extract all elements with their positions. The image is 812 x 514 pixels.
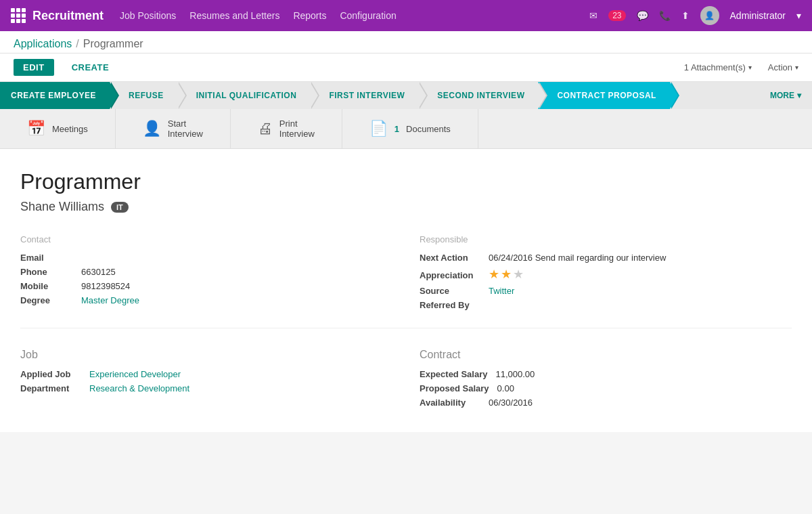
documents-badge: 1 (394, 124, 399, 134)
email-label: Email (20, 253, 81, 263)
job-section-title: Job (20, 349, 392, 361)
star-2[interactable]: ★ (501, 267, 512, 282)
dept-badge: IT (111, 202, 129, 213)
chat-icon[interactable]: 💬 (637, 10, 648, 21)
action-button[interactable]: Action ▾ (768, 62, 798, 72)
stage-first-interview-label: FIRST INTERVIEW (329, 91, 405, 100)
nav-right: ✉ 23 💬 📞 ⬆ 👤 Administrator ▾ (589, 6, 801, 25)
email-field-row: Email (20, 253, 392, 263)
star-3[interactable]: ★ (513, 267, 524, 282)
proposed-salary-field-row: Proposed Salary 0.00 (420, 383, 792, 393)
attachment-dropdown-arrow: ▾ (748, 64, 752, 71)
nav-resumes-letters[interactable]: Resumes and Letters (189, 10, 279, 21)
stage-initial-qualification[interactable]: INITIAL QUALIFICATION (177, 82, 311, 109)
proposed-salary-value: 0.00 (497, 383, 514, 393)
attachment-label: 1 Attachment(s) (684, 62, 746, 72)
edit-button[interactable]: EDIT (14, 59, 54, 76)
meetings-button[interactable]: 📅 Meetings (0, 109, 116, 148)
user-name[interactable]: Administrator (730, 10, 786, 21)
action-dropdown-arrow: ▾ (795, 64, 798, 71)
stage-contract-proposal[interactable]: CONTRACT PROPOSAL (538, 82, 670, 109)
phone-value: 6630125 (81, 267, 116, 277)
appreciation-field-row: Appreciation ★ ★ ★ (420, 267, 792, 282)
calendar-icon: 📅 (27, 120, 45, 137)
nav-job-positions[interactable]: Job Positions (120, 10, 176, 21)
source-value[interactable]: Twitter (489, 286, 514, 296)
stage-create-employee[interactable]: CREATE EMPLOYEE (0, 82, 110, 109)
degree-field-row: Degree Master Degree (20, 295, 392, 305)
source-field-row: Source Twitter (420, 286, 792, 296)
degree-value[interactable]: Master Degree (81, 295, 139, 305)
create-button[interactable]: CREATE (62, 59, 118, 76)
mobile-field-row: Mobile 9812398524 (20, 281, 392, 291)
stage-more[interactable]: MORE ▾ (759, 82, 812, 109)
stage-refuse[interactable]: REFUSE (110, 82, 177, 109)
availability-label: Availability (420, 398, 480, 408)
proposed-salary-label: Proposed Salary (420, 383, 489, 393)
stage-initial-qualification-label: INITIAL QUALIFICATION (196, 91, 297, 100)
print-interview-button[interactable]: 🖨 PrintInterview (231, 109, 342, 148)
login-icon[interactable]: ⬆ (681, 10, 690, 21)
responsible-section: Responsible Next Action 06/24/2016 Send … (420, 234, 792, 314)
applied-job-field-row: Applied Job Experienced Developer (20, 369, 392, 379)
stage-second-interview[interactable]: SECOND INTERVIEW (418, 82, 538, 109)
stage-second-interview-label: SECOND INTERVIEW (437, 91, 524, 100)
form-sections: Contact Email Phone 6630125 Mobile 98123… (20, 234, 792, 314)
contact-section: Contact Email Phone 6630125 Mobile 98123… (20, 234, 392, 314)
action-label: Action (768, 62, 792, 72)
app-brand[interactable]: Recruitment (11, 8, 104, 23)
person-icon: 👤 (143, 120, 161, 137)
nav-links: Job Positions Resumes and Letters Report… (120, 10, 573, 21)
email-icon: ✉ (589, 10, 597, 21)
nav-reports[interactable]: Reports (293, 10, 326, 21)
department-field-row: Department Research & Development (20, 383, 392, 393)
toolbar: EDIT CREATE 1 Attachment(s) ▾ Action ▾ (0, 53, 812, 82)
applied-job-value[interactable]: Experienced Developer (89, 369, 181, 379)
notification-count: 23 (608, 10, 625, 21)
app-name: Recruitment (32, 9, 104, 23)
grid-icon[interactable] (11, 8, 26, 23)
next-action-field-row: Next Action 06/24/2016 Send mail regardi… (420, 253, 792, 263)
stage-first-interview[interactable]: FIRST INTERVIEW (310, 82, 418, 109)
phone-field-row: Phone 6630125 (20, 267, 392, 277)
contract-section: Contract Expected Salary 11,000.00 Propo… (420, 349, 792, 412)
star-1[interactable]: ★ (489, 267, 499, 282)
breadcrumb: Applications / Programmer (0, 31, 812, 53)
expected-salary-value: 11,000.00 (495, 369, 535, 379)
meetings-label: Meetings (52, 124, 88, 134)
start-interview-button[interactable]: 👤 StartInterview (116, 109, 231, 148)
nav-configuration[interactable]: Configuration (340, 10, 396, 21)
start-interview-label: StartInterview (168, 119, 203, 139)
expected-salary-field-row: Expected Salary 11,000.00 (420, 369, 792, 379)
referred-by-field-row: Referred By (420, 300, 792, 310)
appreciation-label: Appreciation (420, 270, 480, 280)
section-divider (20, 328, 792, 328)
job-section: Job Applied Job Experienced Developer De… (20, 349, 392, 412)
applied-job-label: Applied Job (20, 369, 81, 379)
stage-refuse-label: REFUSE (129, 91, 164, 100)
user-dropdown-arrow[interactable]: ▾ (796, 10, 801, 21)
avatar[interactable]: 👤 (700, 6, 719, 25)
breadcrumb-parent[interactable]: Applications (14, 38, 72, 50)
next-action-value: 06/24/2016 Send mail regarding our inter… (489, 253, 666, 263)
department-label: Department (20, 383, 81, 393)
mobile-label: Mobile (20, 281, 81, 291)
bottom-sections: Job Applied Job Experienced Developer De… (20, 349, 792, 412)
main-content: Programmer Shane Williams IT Contact Ema… (0, 149, 812, 432)
documents-label: Documents (406, 124, 451, 134)
appreciation-stars[interactable]: ★ ★ ★ (489, 267, 524, 282)
record-title: Programmer (20, 169, 792, 194)
documents-button[interactable]: 📄 1 Documents (342, 109, 478, 148)
contract-section-title: Contract (420, 349, 792, 361)
record-subtitle: Shane Williams IT (20, 200, 792, 214)
attachment-button[interactable]: 1 Attachment(s) ▾ (684, 62, 752, 72)
responsible-section-title: Responsible (420, 234, 792, 244)
action-bar: 📅 Meetings 👤 StartInterview 🖨 PrintInter… (0, 109, 812, 149)
expected-salary-label: Expected Salary (420, 369, 487, 379)
breadcrumb-separator: / (76, 38, 78, 50)
department-value[interactable]: Research & Development (89, 383, 189, 393)
phone-icon[interactable]: 📞 (659, 10, 671, 21)
stage-bar: CREATE EMPLOYEE REFUSE INITIAL QUALIFICA… (0, 82, 812, 109)
print-interview-label: PrintInterview (279, 119, 315, 139)
next-action-label: Next Action (420, 253, 480, 263)
